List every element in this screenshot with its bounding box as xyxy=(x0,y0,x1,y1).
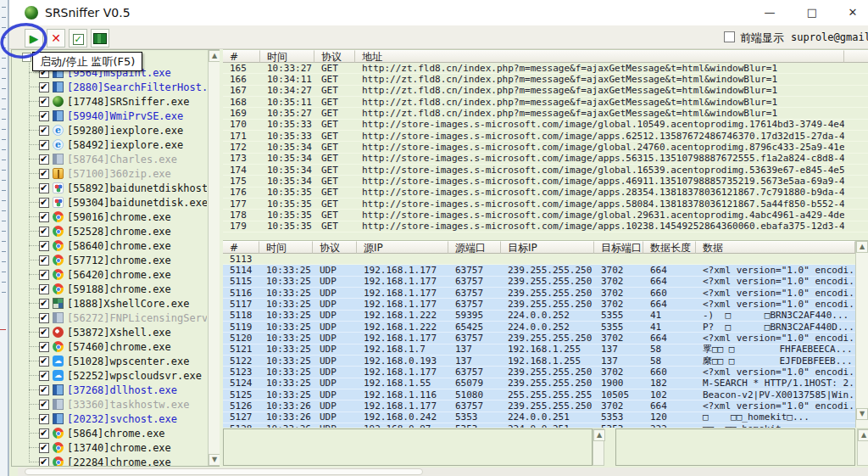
process-item[interactable]: [57100]360zip.exe xyxy=(12,166,207,181)
process-item[interactable]: [5864]chrome.exe xyxy=(12,426,207,440)
table-row[interactable]: 512210:33:25UDP192.168.0.193137192.168.1… xyxy=(223,356,868,367)
scroll-up-icon[interactable]: ▲ xyxy=(593,429,605,441)
process-item[interactable]: [58492]iexplore.exe xyxy=(12,137,207,152)
table-row[interactable]: 16610:34:11GEThttp://zt.fld8.cn/index.ph… xyxy=(223,74,868,85)
process-checkbox[interactable] xyxy=(39,255,49,266)
column-header[interactable]: # xyxy=(223,50,260,63)
process-checkbox[interactable] xyxy=(39,154,49,165)
process-item[interactable]: [33360]taskhostw.exe xyxy=(12,397,207,412)
table-row[interactable]: 17310:35:34GEThttp://store-images.s-micr… xyxy=(223,154,868,165)
process-checkbox[interactable] xyxy=(39,428,49,439)
process-checkbox[interactable] xyxy=(39,414,49,424)
process-checkbox[interactable] xyxy=(39,111,49,121)
table-row[interactable]: 5113 xyxy=(223,254,868,265)
process-item[interactable]: [51028]wpscenter.exe xyxy=(12,354,207,368)
clear-list-button[interactable]: ✕ xyxy=(47,29,65,48)
process-item[interactable]: [58640]chrome.exe xyxy=(12,238,207,253)
table-row[interactable]: 512610:33:26UDP192.168.1.17763757239.255… xyxy=(223,400,868,412)
column-header[interactable]: # xyxy=(223,241,259,254)
detail-left-scrollbar[interactable]: ▲ xyxy=(593,428,604,466)
column-header[interactable]: 目标IP xyxy=(501,241,594,254)
process-item[interactable]: [1888]XshellCore.exe xyxy=(12,296,207,311)
table-row[interactable]: 17210:35:34GEThttp://store-images.s-micr… xyxy=(223,142,868,153)
process-checkbox[interactable] xyxy=(39,169,49,179)
table-row[interactable]: 16510:33:27GEThttp://zt.fld8.cn/index.ph… xyxy=(223,63,868,74)
table-row[interactable]: 16910:35:27GEThttp://zt.fld8.cn/index.ph… xyxy=(223,108,868,119)
table-row[interactable]: 512010:33:25UDP192.168.1.17763757239.255… xyxy=(223,333,868,344)
process-item[interactable]: [59304]baidunetdisk.exe xyxy=(12,195,207,210)
start-stop-capture-button[interactable]: ▶ xyxy=(25,29,43,48)
column-header[interactable]: 数据长度 xyxy=(643,241,696,254)
process-item[interactable]: [56420]chrome.exe xyxy=(12,267,207,282)
column-header[interactable]: 协议 xyxy=(314,50,355,63)
horizontal-scrollbar[interactable] xyxy=(18,468,868,476)
table-row[interactable]: 17010:35:33GEThttp://store-images.s-micr… xyxy=(223,120,868,131)
process-checkbox[interactable] xyxy=(39,270,49,280)
scroll-down-icon[interactable]: ▼ xyxy=(856,408,868,420)
process-checkbox[interactable] xyxy=(39,328,49,338)
table-row[interactable]: 17110:35:33GEThttp://store-images.s-micr… xyxy=(223,131,868,142)
process-checkbox[interactable] xyxy=(39,371,49,381)
process-item[interactable]: [58764]Charles.exe xyxy=(12,152,207,166)
process-item[interactable]: [13740]chrome.exe xyxy=(12,440,207,455)
scroll-up-icon[interactable]: ▲ xyxy=(856,241,868,253)
process-item[interactable]: [52528]chrome.exe xyxy=(12,224,207,238)
process-item[interactable]: [37268]dllhost.exe xyxy=(12,383,207,397)
table-row[interactable]: 512410:33:25UDP192.168.1.5565079239.255.… xyxy=(223,378,868,389)
process-checkbox[interactable] xyxy=(39,443,49,453)
packet-table-scrollbar[interactable]: ▲ ▼ xyxy=(855,241,868,428)
process-checkbox[interactable] xyxy=(39,97,49,107)
table-row[interactable]: 17710:35:35GEThttp://store-images.s-micr… xyxy=(223,199,868,210)
table-row[interactable]: 17410:35:34GEThttp://store-images.s-micr… xyxy=(223,165,868,176)
process-checkbox[interactable] xyxy=(39,212,49,222)
process-item[interactable]: [53872]Xshell.exe xyxy=(12,325,207,339)
table-row[interactable]: 17810:35:35GEThttp://store-images.s-micr… xyxy=(223,210,868,221)
packet-detail-panel-right[interactable] xyxy=(615,428,855,466)
process-checkbox[interactable] xyxy=(39,457,49,468)
process-checkbox[interactable] xyxy=(39,313,49,323)
process-item[interactable]: [59188]chrome.exe xyxy=(12,282,207,296)
table-row[interactable]: 16710:34:27GEThttp://zt.fld8.cn/index.ph… xyxy=(223,86,868,97)
column-header[interactable]: 目标端口 xyxy=(594,241,643,254)
process-item[interactable]: [55892]baidunetdiskhost.ex xyxy=(12,181,207,195)
scroll-down-icon[interactable]: ▼ xyxy=(209,454,220,466)
check-processes-button[interactable]: ✓ xyxy=(69,29,87,48)
table-row[interactable]: 511810:33:25UDP192.168.1.22259395224.0.0… xyxy=(223,311,868,322)
column-header[interactable]: 时间 xyxy=(259,241,313,254)
close-button[interactable]: ✕ xyxy=(838,2,867,24)
table-row[interactable]: 511610:33:25UDP192.168.1.17763757239.255… xyxy=(223,288,868,299)
table-row[interactable]: 511910:33:25UDP192.168.1.22265425224.0.0… xyxy=(223,322,868,333)
process-item[interactable]: [59940]WmiPrvSE.exe xyxy=(12,109,207,123)
column-header[interactable]: 协议 xyxy=(313,241,357,254)
process-list-scrollbar[interactable]: ▲ ▼ xyxy=(208,50,220,466)
process-checkbox[interactable] xyxy=(39,198,49,208)
table-row[interactable]: 511510:33:25UDP192.168.1.17763757239.255… xyxy=(223,277,868,288)
process-item[interactable]: [20232]svchost.exe xyxy=(12,412,207,426)
column-header[interactable]: 源IP xyxy=(357,241,448,254)
process-checkbox[interactable] xyxy=(39,183,49,193)
process-item[interactable]: [57712]chrome.exe xyxy=(12,253,207,267)
process-checkbox[interactable] xyxy=(39,356,49,367)
scrollbar-thumb[interactable] xyxy=(25,468,423,475)
column-header[interactable]: 数据 xyxy=(696,241,855,254)
process-checkbox[interactable] xyxy=(39,385,49,395)
process-checkbox[interactable] xyxy=(39,342,49,352)
process-checkbox[interactable] xyxy=(39,140,49,150)
process-item[interactable]: [22284]chrome.exe xyxy=(12,455,207,467)
table-row[interactable]: 17910:35:35GEThttp://store-images.s-micr… xyxy=(223,221,868,232)
maximize-button[interactable]: □ xyxy=(798,2,826,24)
column-header[interactable]: 时间 xyxy=(260,50,314,63)
process-item[interactable]: [59016]chrome.exe xyxy=(12,210,207,224)
table-row[interactable]: 511710:33:25UDP192.168.1.17763757239.255… xyxy=(223,299,868,310)
process-item[interactable]: [52252]wpscloudsvr.exe xyxy=(12,368,207,383)
process-checkbox[interactable] xyxy=(39,299,49,309)
process-checkbox[interactable] xyxy=(39,241,49,251)
table-row[interactable]: 512110:33:25UDP192.168.1.7137192.168.1.2… xyxy=(223,344,868,356)
minimize-button[interactable]: — xyxy=(755,2,784,24)
process-checkbox[interactable] xyxy=(39,82,49,92)
table-row[interactable]: 512510:33:25UDP192.168.1.11651080255.255… xyxy=(223,389,868,400)
process-item[interactable]: [59280]iexplore.exe xyxy=(12,123,207,137)
column-header[interactable] xyxy=(844,50,868,63)
column-header[interactable]: 地址 xyxy=(355,50,844,63)
process-checkbox[interactable] xyxy=(39,400,49,410)
